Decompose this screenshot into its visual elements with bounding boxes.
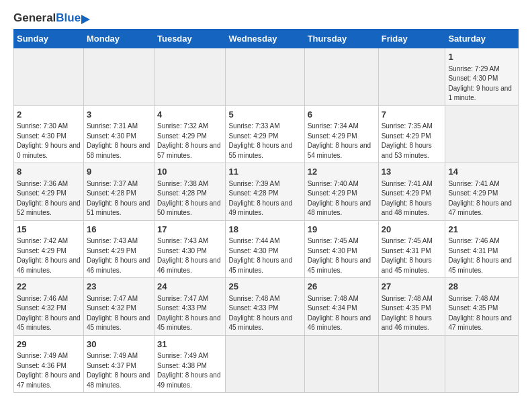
page-container: GeneralBlue SundayMondayTuesdayWednesday… [0,0,532,400]
calendar-cell [154,48,225,106]
logo: GeneralBlue [13,12,81,24]
day-number: 13 [382,166,443,178]
day-info: Sunrise: 7:46 AMSunset: 4:32 PMDaylight:… [17,295,81,332]
calendar-cell: 13Sunrise: 7:41 AMSunset: 4:29 PMDayligh… [378,163,445,221]
calendar-cell: 14Sunrise: 7:41 AMSunset: 4:29 PMDayligh… [445,163,519,221]
day-info: Sunrise: 7:40 AMSunset: 4:29 PMDaylight:… [308,180,371,217]
calendar-cell: 26Sunrise: 7:48 AMSunset: 4:34 PMDayligh… [304,278,378,336]
day-number: 30 [87,338,151,351]
column-header-tuesday: Tuesday [154,30,225,48]
calendar-header-row: SundayMondayTuesdayWednesdayThursdayFrid… [14,30,519,48]
day-number: 1 [448,51,515,63]
day-number: 7 [382,109,443,121]
calendar-table: SundayMondayTuesdayWednesdayThursdayFrid… [13,29,519,393]
calendar-cell: 25Sunrise: 7:48 AMSunset: 4:33 PMDayligh… [226,278,304,336]
calendar-cell: 9Sunrise: 7:37 AMSunset: 4:28 PMDaylight… [83,163,154,221]
day-info: Sunrise: 7:48 AMSunset: 4:34 PMDaylight:… [308,295,371,332]
calendar-cell: 22Sunrise: 7:46 AMSunset: 4:32 PMDayligh… [14,278,84,336]
calendar-cell: 7Sunrise: 7:35 AMSunset: 4:29 PMDaylight… [378,105,445,163]
day-info: Sunrise: 7:43 AMSunset: 4:29 PMDaylight:… [87,237,150,274]
calendar-cell [304,48,378,106]
column-header-friday: Friday [378,30,445,48]
day-number: 5 [228,109,301,121]
calendar-cell [378,48,445,106]
calendar-cell: 23Sunrise: 7:47 AMSunset: 4:32 PMDayligh… [83,278,154,336]
header: GeneralBlue [13,12,519,24]
day-info: Sunrise: 7:46 AMSunset: 4:31 PMDaylight:… [448,237,512,274]
week-row-6: 29Sunrise: 7:49 AMSunset: 4:36 PMDayligh… [14,335,519,393]
day-number: 26 [308,281,375,293]
calendar-cell: 31Sunrise: 7:49 AMSunset: 4:38 PMDayligh… [154,335,225,393]
calendar-cell: 16Sunrise: 7:43 AMSunset: 4:29 PMDayligh… [83,220,154,278]
day-info: Sunrise: 7:48 AMSunset: 4:35 PMDaylight:… [382,295,433,332]
day-number: 14 [448,166,515,178]
day-number: 4 [157,109,222,121]
calendar-cell: 20Sunrise: 7:45 AMSunset: 4:31 PMDayligh… [378,220,445,278]
day-info: Sunrise: 7:49 AMSunset: 4:38 PMDaylight:… [157,352,221,389]
calendar-cell: 10Sunrise: 7:38 AMSunset: 4:28 PMDayligh… [154,163,225,221]
day-info: Sunrise: 7:48 AMSunset: 4:35 PMDaylight:… [448,295,512,332]
day-info: Sunrise: 7:45 AMSunset: 4:31 PMDaylight:… [382,237,433,274]
calendar-cell [378,335,445,393]
column-header-wednesday: Wednesday [226,30,304,48]
day-number: 15 [17,224,81,236]
week-row-5: 22Sunrise: 7:46 AMSunset: 4:32 PMDayligh… [14,278,519,336]
day-number: 8 [17,166,81,178]
day-number: 12 [308,166,375,178]
day-number: 18 [228,224,301,236]
calendar-cell [83,48,154,106]
calendar-cell: 15Sunrise: 7:42 AMSunset: 4:29 PMDayligh… [14,220,84,278]
day-number: 11 [228,166,301,178]
day-info: Sunrise: 7:42 AMSunset: 4:29 PMDaylight:… [17,237,81,274]
calendar-cell: 3Sunrise: 7:31 AMSunset: 4:30 PMDaylight… [83,105,154,163]
day-info: Sunrise: 7:47 AMSunset: 4:32 PMDaylight:… [87,295,150,332]
column-header-sunday: Sunday [14,30,84,48]
week-row-1: 1Sunrise: 7:29 AMSunset: 4:30 PMDaylight… [14,48,519,106]
calendar-cell: 18Sunrise: 7:44 AMSunset: 4:30 PMDayligh… [226,220,304,278]
calendar-cell: 6Sunrise: 7:34 AMSunset: 4:29 PMDaylight… [304,105,378,163]
day-info: Sunrise: 7:38 AMSunset: 4:28 PMDaylight:… [157,180,221,217]
calendar-cell: 24Sunrise: 7:47 AMSunset: 4:33 PMDayligh… [154,278,225,336]
day-info: Sunrise: 7:37 AMSunset: 4:28 PMDaylight:… [87,180,150,217]
calendar-cell: 21Sunrise: 7:46 AMSunset: 4:31 PMDayligh… [445,220,519,278]
day-info: Sunrise: 7:33 AMSunset: 4:29 PMDaylight:… [228,122,292,159]
day-info: Sunrise: 7:41 AMSunset: 4:29 PMDaylight:… [382,180,433,217]
day-info: Sunrise: 7:48 AMSunset: 4:33 PMDaylight:… [228,295,292,332]
calendar-cell [445,105,519,163]
day-number: 2 [17,109,81,121]
calendar-cell: 28Sunrise: 7:48 AMSunset: 4:35 PMDayligh… [445,278,519,336]
calendar-cell: 11Sunrise: 7:39 AMSunset: 4:28 PMDayligh… [226,163,304,221]
day-number: 3 [87,109,151,121]
calendar-cell: 1Sunrise: 7:29 AMSunset: 4:30 PMDaylight… [445,48,519,106]
day-info: Sunrise: 7:35 AMSunset: 4:29 PMDaylight:… [382,122,433,159]
day-info: Sunrise: 7:31 AMSunset: 4:30 PMDaylight:… [87,122,150,159]
day-info: Sunrise: 7:47 AMSunset: 4:33 PMDaylight:… [157,295,221,332]
day-number: 28 [448,281,515,293]
calendar-cell: 5Sunrise: 7:33 AMSunset: 4:29 PMDaylight… [226,105,304,163]
day-info: Sunrise: 7:32 AMSunset: 4:29 PMDaylight:… [157,122,221,159]
day-number: 25 [228,281,301,293]
day-info: Sunrise: 7:29 AMSunset: 4:30 PMDaylight:… [448,65,512,102]
day-number: 23 [87,281,151,293]
calendar-cell: 12Sunrise: 7:40 AMSunset: 4:29 PMDayligh… [304,163,378,221]
day-info: Sunrise: 7:44 AMSunset: 4:30 PMDaylight:… [228,237,292,274]
day-number: 16 [87,224,151,236]
day-info: Sunrise: 7:39 AMSunset: 4:28 PMDaylight:… [228,180,292,217]
calendar-cell: 30Sunrise: 7:49 AMSunset: 4:37 PMDayligh… [83,335,154,393]
calendar-cell [14,48,84,106]
day-number: 31 [157,338,222,351]
calendar-cell [226,48,304,106]
day-number: 24 [157,281,222,293]
day-number: 21 [448,224,515,236]
day-number: 19 [308,224,375,236]
column-header-thursday: Thursday [304,30,378,48]
day-number: 17 [157,224,222,236]
day-info: Sunrise: 7:34 AMSunset: 4:29 PMDaylight:… [308,122,371,159]
day-info: Sunrise: 7:49 AMSunset: 4:36 PMDaylight:… [17,352,81,389]
calendar-cell: 2Sunrise: 7:30 AMSunset: 4:30 PMDaylight… [14,105,84,163]
day-number: 6 [308,109,375,121]
week-row-2: 2Sunrise: 7:30 AMSunset: 4:30 PMDaylight… [14,105,519,163]
day-info: Sunrise: 7:49 AMSunset: 4:37 PMDaylight:… [87,352,150,389]
calendar-cell [226,335,304,393]
day-info: Sunrise: 7:30 AMSunset: 4:30 PMDaylight:… [17,122,81,159]
